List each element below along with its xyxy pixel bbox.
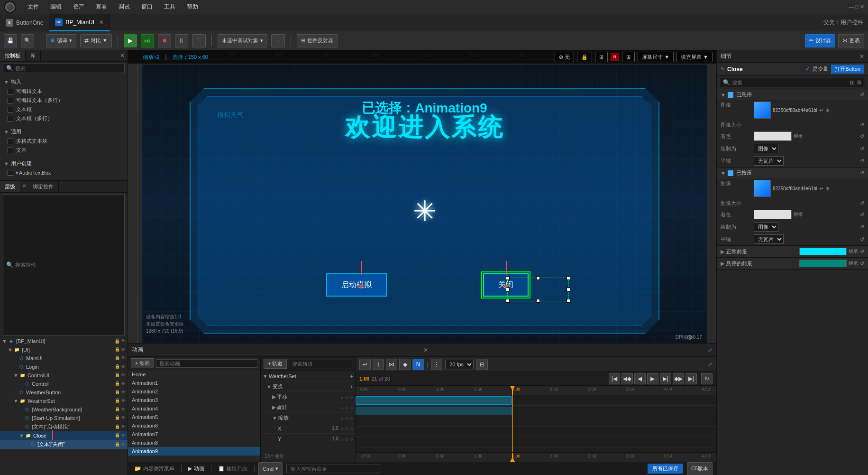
tl-undo-btn[interactable]: ↩ [359,359,371,370]
more-btn[interactable]: ⋮ [192,34,206,47]
normal-fore-color[interactable] [799,248,847,255]
canvas-viewport[interactable]: 300 400 700 800 900 1000 1100 1200 1300 … [128,50,716,343]
eye-icon-11[interactable]: 👁 [121,433,126,438]
tree-weather-button[interactable]: ▶ ⬡ WeatherButton 🔒👁 [0,388,128,397]
normal-state-header[interactable]: ▼ 已悬停 ↺ [717,89,868,100]
stop-btn[interactable]: ■ [158,34,171,47]
anim-item-5[interactable]: Animation5 [128,413,260,421]
track-row-transform[interactable]: ▼ 变换 + [261,382,355,392]
eye-icon-2[interactable]: 👁 [121,355,126,361]
anim-item-4[interactable]: Animation4 [128,404,260,413]
eye-icon-10[interactable]: 👁 [121,424,126,429]
track-row-scale[interactable]: ▼ 缩放 ⬦ ◇ ◇ [261,413,355,423]
ue-logo[interactable] [4,1,16,13]
pressed-size-reset[interactable]: ↺ [860,200,864,206]
anim-item-3[interactable]: Animation3 [128,396,260,404]
normal-tile-select[interactable]: 无瓦片 [754,156,784,166]
input-editable-text-multi[interactable]: 可编辑文本（多行） [0,96,128,105]
input-text-box[interactable]: 文本框 [0,105,128,114]
browse-btn[interactable]: 🔍 [21,34,34,47]
menu-help[interactable]: 帮助 [185,2,200,12]
eye-icon-12[interactable]: 👁 [121,442,126,447]
input-rich-text[interactable]: 多格式文本块 [0,137,128,146]
output-log-btn[interactable]: 📋 输出日志 [215,464,250,473]
hover-fore-reset[interactable]: ↺ [860,261,864,267]
save-btn[interactable]: 💾 [4,34,17,47]
user-section-header[interactable]: ▼ 用户创建 [0,158,128,168]
panel-close-btn[interactable]: ✕ [117,50,128,61]
lock-icon-4[interactable]: 🔒 [115,373,120,378]
tree-text-startup[interactable]: ▶ ⬡ [文本]"启动模拟" 🔒👁 [0,422,128,431]
pressed-image-preview[interactable] [754,180,771,197]
menu-view[interactable]: 查看 [94,2,109,12]
menu-file[interactable]: 文件 [26,2,41,12]
save-all-btn[interactable]: 所有已保存 [648,464,683,474]
add-track-btn[interactable]: + 轨道 [264,359,287,369]
r-btn[interactable]: R [611,53,619,61]
tree-main-ui[interactable]: ▶ ⬡ MainUI 🔒👁 [0,354,128,363]
tree-control-ui[interactable]: ▼ 📁 ControlUI 🔒👁 [0,371,128,380]
hover-fore-color[interactable] [799,260,847,267]
normal-fore-header[interactable]: ▶ 正常前景 继承 ↺ [717,246,868,257]
no-btn[interactable]: ⊘ 无 [555,52,574,62]
pressed-image-copy-icon[interactable]: ⊞ [825,186,830,192]
pb-next[interactable]: ▶| [660,373,671,384]
animation-tab-btn[interactable]: ▶ 动画 [185,464,207,473]
ui-preview[interactable]: 已选择：Animation9 模拟天气 ✳ 欢迎进入系统 启动模拟 关闭 [142,65,707,343]
track-row-y[interactable]: Y 1.0 ⬦ ◇ ◇ [261,434,355,444]
track-row-translate[interactable]: ▶ 平移 ⬦ ◇ ◇ [261,392,355,402]
widget-search[interactable]: 🔍 [3,64,125,73]
menu-window[interactable]: 窗口 [139,2,155,12]
track-search-input[interactable] [292,361,349,367]
play-btn[interactable]: ▶ [124,34,137,47]
track-search[interactable] [289,360,352,368]
input-audio-text-box[interactable]: ▸ AudioTextBox [0,168,128,177]
table-view-icon[interactable]: ⊞ [850,79,855,86]
layers-btn[interactable]: ⊞ [595,52,608,62]
layer-search[interactable]: 🔍 [3,194,125,335]
eye-icon-4[interactable]: 👁 [121,373,126,378]
normal-tile-reset[interactable]: ↺ [860,158,864,164]
normal-tint-color[interactable] [754,131,792,141]
eye-icon-3[interactable]: 👁 [121,364,126,369]
tab-control-panel[interactable]: 控制板 [0,50,26,61]
tl-expand-btn[interactable]: ⤢ [708,361,713,368]
tab-bp-mian-ui[interactable]: BP BP_MianUI ✕ [49,14,110,31]
anim-item-8[interactable]: Animation8 [128,438,260,447]
normal-reset-icon[interactable]: ↺ [860,92,864,98]
eye-icon-6[interactable]: 👁 [121,390,126,395]
pressed-tile-select[interactable]: 无瓦片 [754,234,784,244]
input-text-box-multi[interactable]: 文本框（多行） [0,114,128,123]
menu-tools[interactable]: 工具 [162,2,177,12]
eye-icon-0[interactable]: 👁 [121,338,126,344]
version-btn[interactable]: C5版本 [687,462,713,475]
tl-n-btn[interactable]: N [412,359,424,370]
lock-icon-9[interactable]: 🔒 [115,415,120,420]
tab-layers[interactable]: 层级 [0,181,20,192]
compare-btn[interactable]: ⇄ 对比 ▼ [80,34,112,47]
pb-end[interactable]: ▶| [685,373,697,384]
hover-fore-header[interactable]: ▶ 悬停的前景 继承 ↺ [717,258,868,269]
pb-loop[interactable]: ↻ [701,373,713,384]
screen-size-btn[interactable]: 屏幕尺寸 ▼ [638,52,674,62]
compile-btn[interactable]: ⚙ 编译 ▾ [46,34,76,47]
anim-item-6[interactable]: Animation6 [128,421,260,430]
pressed-image-back-icon[interactable]: ↩ [819,186,823,192]
tab-button-one[interactable]: B ButtonOne [0,14,49,31]
general-section-header[interactable]: ▼ 通用 [0,127,128,137]
cmd-btn[interactable]: Cmd ▾ [258,462,283,475]
eye-icon-5[interactable]: 👁 [121,381,126,386]
track-row-rotate[interactable]: ▶ 旋转 ⬦ ◇ ◇ [261,402,355,413]
graph-btn[interactable]: ⋈ 图表 [838,34,864,47]
tl-key-btn[interactable]: ◆ [399,359,411,370]
eye-icon-1[interactable]: 👁 [121,347,126,352]
right-search-input[interactable] [732,80,850,85]
anim-item-9[interactable]: Animation9 [128,447,260,456]
pressed-draw-select[interactable]: 图像 [754,222,778,232]
anim-search-input[interactable] [159,361,254,366]
layer-search-input[interactable] [15,262,121,268]
input-editable-text[interactable]: 可编辑文本 [0,87,128,96]
right-gear-icon[interactable]: ⚙ [857,79,862,86]
eye-icon-7[interactable]: 👁 [121,398,126,403]
track-plus-transform[interactable]: + [350,384,353,390]
